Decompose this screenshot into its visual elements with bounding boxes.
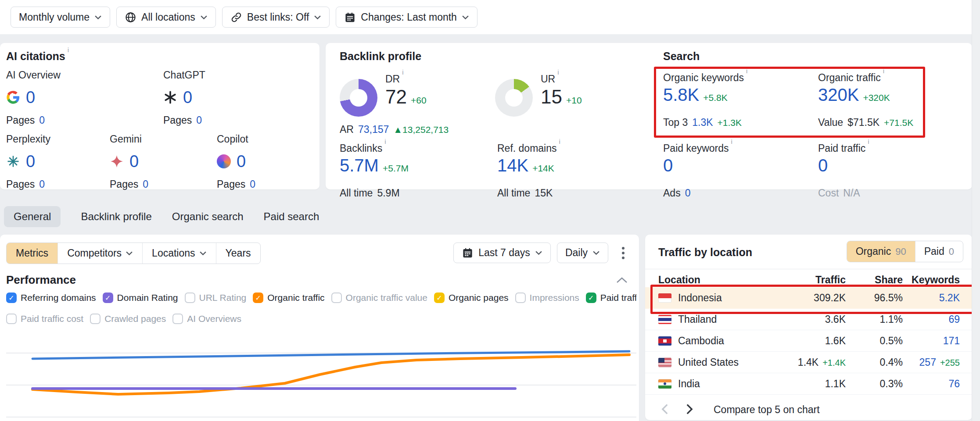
segment-button[interactable]: Metrics xyxy=(7,243,57,264)
tab[interactable]: Paid search xyxy=(264,206,319,227)
page: Monthly volume All locations xyxy=(0,0,980,421)
toggle-segment[interactable]: Organic 90 xyxy=(847,241,915,262)
traffic-change: +1.4K xyxy=(822,358,846,367)
chevron-down-icon xyxy=(314,15,321,20)
toolbar-filter-button[interactable]: Best links: Off xyxy=(222,7,330,28)
metric-checkbox[interactable]: Organic pages xyxy=(434,293,509,303)
scrollbar[interactable] xyxy=(972,0,980,421)
ai-source-name: ChatGPT xyxy=(163,69,264,86)
backlinks-value[interactable]: 5.7M xyxy=(340,157,379,174)
info-icon[interactable]: i xyxy=(557,68,559,76)
granularity-button[interactable]: Daily xyxy=(557,243,608,263)
ai-citations-count[interactable]: 0 xyxy=(183,88,192,107)
metric-checkbox[interactable]: URL Rating xyxy=(185,293,247,303)
metric-checkbox[interactable]: Impressions xyxy=(515,293,579,303)
segment-button[interactable]: Competitors xyxy=(57,243,142,264)
backlinks-alltime: All time5.9M xyxy=(340,187,409,199)
top3-value[interactable]: 1.3K xyxy=(692,117,713,128)
traffic-value: 309.2K xyxy=(814,292,846,303)
ai-source-icon xyxy=(110,154,124,168)
ai-citation-item: Copilot 0 Pages 0 xyxy=(217,133,318,190)
toolbar-filter-button[interactable]: Monthly volume xyxy=(11,7,110,28)
keywords-link[interactable]: 5.2K xyxy=(939,292,960,303)
pages-count[interactable]: 0 xyxy=(143,178,148,190)
ai-citations-count[interactable]: 0 xyxy=(26,152,35,171)
info-icon[interactable]: i xyxy=(868,138,869,145)
country-flag xyxy=(658,379,671,389)
tab[interactable]: Backlink profile xyxy=(81,206,151,227)
date-range-button[interactable]: Last 7 days xyxy=(453,243,551,263)
divider xyxy=(645,269,972,269)
segment-button[interactable]: Locations xyxy=(142,243,215,264)
metric-checkbox[interactable]: Referring domains xyxy=(6,293,96,303)
checkbox-icon xyxy=(515,293,526,303)
info-icon[interactable]: i xyxy=(402,68,403,76)
metric-checkbox[interactable]: Organic traffic value xyxy=(331,293,427,303)
chevron-down-icon xyxy=(126,251,133,256)
ads-count[interactable]: 0 xyxy=(685,187,691,199)
toolbar-filter-button[interactable]: Changes: Last month xyxy=(336,7,477,28)
metric-checkbox[interactable]: AI Overviews xyxy=(172,314,241,324)
ai-citation-item: Gemini 0 Pages 0 xyxy=(110,133,211,190)
pages-count[interactable]: 0 xyxy=(39,114,45,126)
checkbox-icon xyxy=(586,293,596,303)
keywords-link[interactable]: 257 xyxy=(919,357,936,368)
metric-checkbox[interactable]: Paid traffic cost xyxy=(6,314,83,324)
organic-traffic-value[interactable]: 320K xyxy=(818,86,859,103)
next-page-button[interactable] xyxy=(683,403,696,416)
metric-checkbox[interactable]: Paid traffic xyxy=(586,293,636,303)
ai-citation-item: Perplexity 0 Pages 0 xyxy=(6,133,107,190)
tab[interactable]: General xyxy=(4,206,61,227)
keywords-link[interactable]: 76 xyxy=(948,378,960,389)
paid-traffic-value[interactable]: 0 xyxy=(818,157,828,174)
share-value: 1.1% xyxy=(880,314,903,325)
prev-page-button[interactable] xyxy=(658,403,671,416)
table-row[interactable]: Cambodia 1.6K 0.5% 171 xyxy=(645,330,972,352)
table-row[interactable]: Indonesia 309.2K 96.5% 5.2K xyxy=(645,287,972,309)
pages-count[interactable]: 0 xyxy=(39,178,45,190)
table-row[interactable]: United States 1.4K+1.4K 0.4% 257+255 xyxy=(645,352,972,373)
segment-button[interactable]: Years xyxy=(216,243,260,264)
compare-top5-label[interactable]: Compare top 5 on chart xyxy=(714,404,820,416)
table-row[interactable]: Thailand 3.6K 1.1% 69 xyxy=(645,309,972,330)
pages-label: Pages xyxy=(217,178,245,190)
ar-value[interactable]: 73,157 xyxy=(358,124,389,136)
traffic-value: 1.6K xyxy=(825,335,846,346)
checkbox-icon xyxy=(6,314,17,324)
organic-traffic-label: Organic traffici xyxy=(818,71,913,86)
info-icon[interactable]: i xyxy=(731,138,732,145)
metric-checkbox[interactable]: Crawled pages xyxy=(90,314,166,324)
toolbar-filter-button[interactable]: All locations xyxy=(116,7,216,28)
tab[interactable]: Organic search xyxy=(172,206,244,227)
organic-keywords-value[interactable]: 5.8K xyxy=(663,86,699,103)
info-icon[interactable]: i xyxy=(559,138,560,145)
metric-checkbox[interactable]: Domain Rating xyxy=(103,293,178,303)
pages-count[interactable]: 0 xyxy=(250,178,255,190)
ref-domains-label: Ref. domainsi xyxy=(497,142,560,157)
keywords-link[interactable]: 171 xyxy=(943,335,960,346)
metric-checkbox[interactable]: Organic traffic xyxy=(253,293,324,303)
performance-title: Performance xyxy=(6,273,76,287)
info-icon[interactable]: i xyxy=(384,138,386,145)
main-card: Metrics Competitors Locations Years xyxy=(0,235,639,421)
info-icon[interactable]: i xyxy=(883,67,884,75)
chevron-down-icon xyxy=(535,250,542,255)
table-row[interactable]: India 1.1K 0.3% 76 xyxy=(645,373,972,395)
info-icon[interactable]: i xyxy=(746,67,747,75)
more-options-button[interactable] xyxy=(614,243,632,263)
ai-citations-count[interactable]: 0 xyxy=(237,152,246,171)
keywords-link[interactable]: 69 xyxy=(948,314,960,325)
ai-citations-card: AI citationsi AI Overview 0 Pages 0 xyxy=(0,43,319,189)
collapse-icon[interactable] xyxy=(616,277,628,284)
ref-domains-value[interactable]: 14K xyxy=(497,157,528,174)
metric-checkbox-row: Referring domains Domain Rating URL Rati… xyxy=(6,293,636,303)
toggle-segment[interactable]: Paid 0 xyxy=(915,241,963,262)
checkbox-icon xyxy=(103,293,113,303)
ai-citations-count[interactable]: 0 xyxy=(26,88,35,107)
backlinks-label: Backlinksi xyxy=(340,142,409,157)
paid-keywords-value[interactable]: 0 xyxy=(663,157,673,174)
performance-chart-svg[interactable] xyxy=(6,338,636,421)
pages-count[interactable]: 0 xyxy=(196,114,202,126)
ai-citations-count[interactable]: 0 xyxy=(129,152,139,171)
backlink-search-card: Backlink profile DRi 72+60 AR 73,157 ▲13… xyxy=(326,43,972,189)
